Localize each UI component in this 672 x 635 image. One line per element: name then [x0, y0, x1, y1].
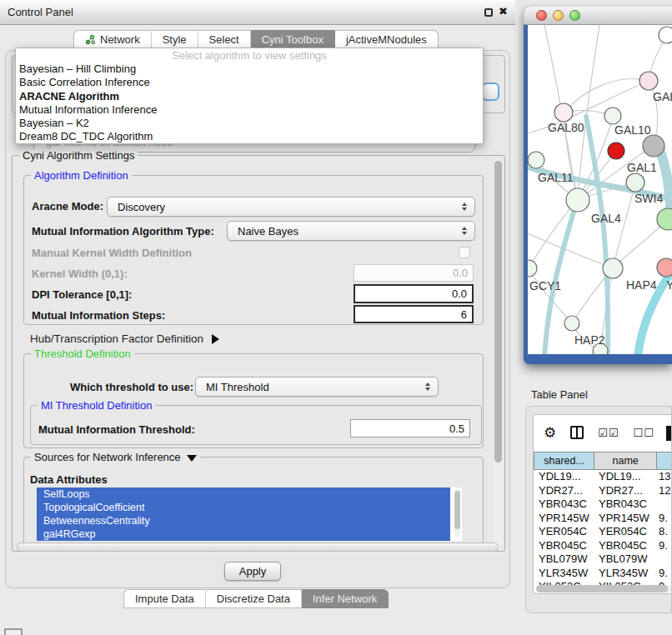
columns-icon[interactable] — [570, 426, 584, 439]
table-row[interactable]: YER054CYER054C8. — [534, 525, 672, 539]
dpi-tolerance-field[interactable]: 0.0 — [354, 284, 474, 303]
network-node[interactable] — [657, 208, 672, 230]
tab-infer-network[interactable]: Infer Network — [302, 589, 389, 608]
combo-spinner-icon — [462, 227, 467, 235]
tab-label: Cyni Toolbox — [262, 33, 323, 46]
float-window-icon[interactable] — [484, 8, 493, 17]
dpi-tolerance-label: DPI Tolerance [0,1]: — [32, 288, 132, 301]
cell-name: YBL079W — [595, 552, 659, 567]
popup-item[interactable]: Bayesian – Hill Climbing — [16, 62, 483, 76]
tab-select[interactable]: Select — [198, 30, 251, 49]
network-node-gal11[interactable] — [528, 152, 544, 168]
table-row[interactable]: YBR045CYBR045C9. — [534, 539, 672, 553]
popup-item[interactable]: Dream8 DC_TDC Algorithm — [16, 130, 483, 143]
which-threshold-label: Which threshold to use: — [70, 381, 193, 393]
table-row[interactable]: YDL19...YDL19...13 — [534, 470, 672, 484]
attribute-item-selected[interactable]: SelfLoops — [37, 488, 450, 501]
screen: Control Panel ✖ Network Style Select Cyn… — [0, 0, 672, 635]
network-node[interactable] — [643, 135, 664, 157]
network-node[interactable] — [639, 72, 658, 90]
table-row[interactable]: YBR043CYBR043C — [534, 498, 672, 512]
table-horizontal-scroll-thumb[interactable] — [536, 585, 668, 592]
table-row[interactable]: YLR345WYLR345W9. — [534, 567, 672, 581]
threshold-definition-title: Threshold Definition — [31, 348, 134, 360]
minimize-traffic-light-icon[interactable] — [553, 10, 564, 21]
table-header-row: shared... name — [534, 452, 672, 470]
attribute-item-selected[interactable]: TopologicalCoefficient — [37, 501, 450, 514]
close-icon[interactable]: ✖ — [499, 5, 508, 18]
gear-icon[interactable]: ⚙ — [544, 426, 556, 440]
table-body: YDL19...YDL19...13 YDR27...YDR27...12 YB… — [534, 470, 672, 585]
network-node-gal10[interactable] — [604, 108, 621, 124]
deselect-all-checkboxes-icon[interactable]: ☐☐ — [634, 427, 654, 439]
tab-cyni-toolbox[interactable]: Cyni Toolbox — [251, 30, 335, 49]
tab-label: Impute Data — [135, 592, 194, 605]
mi-type-combo[interactable]: Naive Bayes — [227, 221, 475, 241]
column-header-partial[interactable] — [657, 452, 672, 470]
attribute-item-selected[interactable]: BetweennessCentrality — [37, 514, 450, 528]
mi-threshold-value: 0.5 — [449, 422, 464, 435]
table-row[interactable]: YDR27...YDR27...12 — [534, 484, 672, 498]
table-row[interactable]: YPR145WYPR145W9. — [534, 512, 672, 526]
node-label: GAL4 — [591, 212, 621, 225]
combo-spinner-focused-fragment[interactable] — [482, 82, 499, 101]
settings-horizontal-scrollbar[interactable] — [17, 542, 499, 552]
tab-style[interactable]: Style — [152, 30, 198, 49]
mi-steps-field[interactable]: 6 — [354, 305, 474, 323]
tab-label: jActiveMNodules — [346, 33, 427, 46]
table-panel: ⚙ ☑☑ ☐☐ shared... name YDL19...YDL19...1… — [525, 406, 672, 613]
network-node-gal4[interactable] — [566, 188, 589, 212]
node-label: SWI4 — [634, 192, 663, 205]
network-node-gal1[interactable] — [608, 142, 624, 159]
apply-button[interactable]: Apply — [224, 562, 281, 581]
cell-shared-name: YBR043C — [534, 498, 595, 512]
cell-shared-name: YDL19... — [534, 470, 595, 484]
network-node[interactable] — [657, 258, 672, 277]
table-panel-content: ⚙ ☑☑ ☐☐ shared... name YDL19...YDL19...1… — [533, 414, 672, 594]
popup-item[interactable]: Mutual Information Inference — [16, 103, 483, 117]
attribute-item-selected[interactable]: gal4RGexp — [37, 528, 450, 541]
select-all-checkboxes-icon[interactable]: ☑☑ — [598, 427, 619, 439]
tab-impute-data[interactable]: Impute Data — [123, 589, 206, 608]
kernel-width-field[interactable]: 0.0 — [354, 264, 474, 282]
node-label: GAL80 — [548, 121, 584, 134]
mi-threshold-field[interactable]: 0.5 — [350, 419, 470, 438]
tab-label: Discretize Data — [217, 592, 290, 605]
close-traffic-light-icon[interactable] — [536, 10, 547, 21]
manual-kernel-checkbox[interactable] — [459, 247, 470, 258]
column-header-name[interactable]: name — [594, 452, 657, 470]
mi-steps-label: Mutual Information Steps: — [32, 309, 165, 322]
table-mode-icon[interactable] — [666, 426, 672, 441]
hub-definition-expander[interactable]: Hub/Transcription Factor Definition — [30, 332, 219, 345]
table-row[interactable]: YBL079WYBL079W — [534, 552, 672, 567]
settings-vertical-scroll-thumb[interactable] — [494, 161, 502, 462]
zoom-traffic-light-icon[interactable] — [569, 10, 580, 21]
aracne-mode-combo[interactable]: Discovery — [107, 197, 475, 217]
network-node[interactable] — [659, 27, 672, 43]
network-node-swi4[interactable] — [626, 173, 644, 192]
network-node-gal80[interactable] — [554, 103, 573, 122]
node-label: GCY1 — [529, 279, 561, 292]
cell-name: YLR345W — [595, 567, 659, 581]
which-threshold-combo[interactable]: MI Threshold — [195, 377, 439, 397]
sources-title-text: Sources for Network Inference — [34, 451, 181, 463]
tab-discretize-data[interactable]: Discretize Data — [206, 589, 302, 608]
network-node-gcy1[interactable] — [528, 260, 537, 277]
network-window-titlebar[interactable] — [524, 7, 672, 25]
popup-item[interactable]: Bayesian – K2 — [16, 117, 483, 130]
network-canvas[interactable]: GAL GAL80 GAL10 GAL1 GAL11 SWI4 GAL4 GCY… — [528, 25, 672, 354]
network-icon — [85, 34, 96, 45]
tab-network[interactable]: Network — [73, 30, 152, 49]
network-node-hap4[interactable] — [603, 258, 623, 278]
cell-name: YER054C — [595, 525, 659, 539]
popup-item[interactable]: Basic Correlation Inference — [16, 76, 483, 89]
popup-item-selected[interactable]: ARACNE Algorithm — [16, 90, 483, 103]
tab-jactivemnodules[interactable]: jActiveMNodules — [335, 30, 439, 49]
attribute-list-scroll-thumb[interactable] — [454, 491, 460, 529]
column-header-shared-name[interactable]: shared... — [534, 452, 594, 470]
settings-group-title: Cyni Algorithm Settings — [19, 149, 138, 162]
hub-definition-label: Hub/Transcription Factor Definition — [30, 332, 203, 345]
control-panel-titlebar[interactable]: Control Panel ✖ — [0, 0, 515, 25]
sources-group-title[interactable]: Sources for Network Inference — [31, 451, 200, 463]
network-node-hap2[interactable] — [564, 316, 579, 331]
